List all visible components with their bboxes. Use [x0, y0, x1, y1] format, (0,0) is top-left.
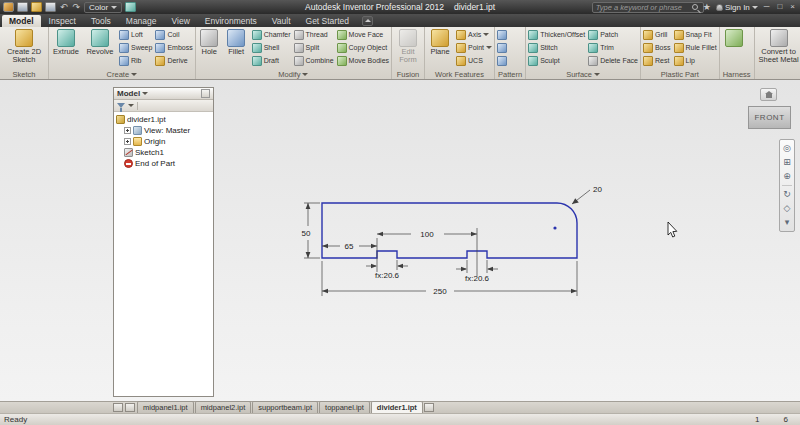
ribbon-minimize-button[interactable] [362, 16, 373, 26]
graphics-window[interactable]: 50 65 100 250 20 fx:20.6 fx:20.6 Model [0, 80, 800, 401]
tree-item-view-master[interactable]: View: Master [124, 125, 211, 136]
coil-button[interactable]: Coil [154, 28, 193, 41]
tree-item-origin[interactable]: Origin [124, 136, 211, 147]
boss-button[interactable]: Boss [642, 41, 672, 54]
split-pane-icon[interactable] [125, 403, 135, 412]
redo-button[interactable]: ↷ [72, 2, 82, 12]
ribbon-tab-tools[interactable]: Tools [84, 15, 118, 27]
split-button[interactable]: Split [293, 41, 335, 54]
rib-button[interactable]: Rib [118, 54, 153, 67]
fillet-button[interactable]: Fillet [223, 28, 250, 57]
delete-face-button[interactable]: Delete Face [587, 54, 639, 67]
move-face-button[interactable]: Move Face [336, 28, 390, 41]
grill-button[interactable]: Grill [642, 28, 672, 41]
document-tab-divider1[interactable]: divider1.ipt [371, 401, 423, 413]
orbit-icon[interactable]: ↻ [783, 188, 791, 201]
color-dropdown[interactable]: Color [84, 2, 122, 13]
chevron-down-icon[interactable] [594, 73, 600, 76]
circular-pattern-button[interactable] [496, 41, 508, 54]
plane-button[interactable]: Plane [426, 28, 454, 57]
app-menu-icon[interactable] [3, 2, 14, 12]
hole-button[interactable]: Hole [197, 28, 222, 57]
tree-item-part-root[interactable]: divider1.ipt [116, 114, 211, 125]
navbar-more-icon[interactable]: ▾ [785, 216, 790, 229]
minimize-button[interactable]: ─ [762, 2, 772, 12]
appearance-icon[interactable] [125, 2, 136, 12]
copy-object-button[interactable]: Copy Object [336, 41, 390, 54]
sweep-button[interactable]: Sweep [118, 41, 153, 54]
thicken-offset-button[interactable]: Thicken/Offset [527, 28, 586, 41]
chevron-down-icon[interactable] [302, 73, 308, 76]
undo-button[interactable]: ↶ [59, 2, 69, 12]
ribbon-tab-inspect[interactable]: Inspect [42, 15, 83, 27]
ucs-button[interactable]: UCS [455, 54, 493, 67]
document-tab-supportbeam[interactable]: supportbeam.ipt [252, 401, 318, 413]
stitch-button[interactable]: Stitch [527, 41, 586, 54]
look-at-icon[interactable]: ◇ [784, 202, 791, 215]
mirror-button[interactable] [496, 54, 508, 67]
sign-in-button[interactable]: Sign In [716, 3, 758, 12]
axis-button[interactable]: Axis [455, 28, 493, 41]
harness-button[interactable] [721, 28, 747, 48]
lip-button[interactable]: Lip [673, 54, 718, 67]
expand-icon[interactable] [124, 138, 131, 145]
open-file-icon[interactable] [31, 2, 42, 12]
viewcube[interactable]: FRONT [748, 106, 791, 129]
revolve-button[interactable]: Revolve [83, 28, 117, 57]
steering-wheel-icon[interactable]: ◎ [783, 142, 791, 155]
draft-button[interactable]: Draft [251, 54, 292, 67]
derive-button[interactable]: Derive [154, 54, 193, 67]
sketch-profile[interactable] [322, 203, 577, 258]
search-input[interactable] [592, 2, 704, 13]
ribbon-tab-environments[interactable]: Environments [198, 15, 264, 27]
filter-icon[interactable] [117, 103, 125, 108]
maximize-button[interactable]: □ [775, 2, 784, 12]
ribbon-tab-model[interactable]: Model [2, 15, 41, 27]
chevron-down-icon[interactable] [142, 92, 148, 95]
snap-fit-button[interactable]: Snap Fit [673, 28, 718, 41]
chevron-down-icon[interactable] [131, 73, 137, 76]
rectangular-pattern-button[interactable] [496, 28, 508, 41]
patch-button[interactable]: Patch [587, 28, 639, 41]
browser-pane-toggle-icon[interactable] [113, 403, 123, 412]
ribbon-tab-get-started[interactable]: Get Started [299, 15, 356, 27]
ribbon-tab-view[interactable]: View [165, 15, 197, 27]
extrude-button[interactable]: Extrude [50, 28, 82, 57]
thread-button[interactable]: Thread [293, 28, 335, 41]
document-tab-midpanel1[interactable]: midpanel1.ipt [137, 401, 194, 413]
browser-options-button[interactable] [201, 89, 210, 98]
arrange-windows-icon[interactable] [424, 403, 434, 412]
new-file-icon[interactable] [17, 2, 28, 12]
sculpt-button[interactable]: Sculpt [527, 54, 586, 67]
expand-icon[interactable] [124, 127, 131, 134]
document-tab-midpanel2[interactable]: midpanel2.ipt [195, 401, 252, 413]
trim-button[interactable]: Trim [587, 41, 639, 54]
ribbon-tab-manage[interactable]: Manage [119, 15, 164, 27]
create-2d-sketch-button[interactable]: Create 2D Sketch [1, 28, 47, 65]
tree-item-sketch1[interactable]: Sketch1 [124, 147, 211, 158]
rest-button[interactable]: Rest [642, 54, 672, 67]
emboss-button[interactable]: Emboss [154, 41, 193, 54]
move-bodies-button[interactable]: Move Bodies [336, 54, 390, 67]
favorites-icon[interactable]: ★ [702, 2, 712, 12]
loft-button[interactable]: Loft [118, 28, 153, 41]
browser-header[interactable]: Model [114, 88, 213, 100]
chamfer-button[interactable]: Chamfer [251, 28, 292, 41]
ribbon-tab-vault[interactable]: Vault [265, 15, 298, 27]
point-button[interactable]: Point [455, 41, 493, 54]
combine-button[interactable]: Combine [293, 54, 335, 67]
tree-item-end-of-part[interactable]: End of Part [124, 158, 211, 169]
document-tab-toppanel[interactable]: toppanel.ipt [319, 401, 370, 413]
close-button[interactable]: × [788, 2, 797, 12]
pan-icon[interactable]: ⊞ [783, 156, 791, 169]
search-icon[interactable] [692, 4, 698, 10]
shell-button[interactable]: Shell [251, 41, 292, 54]
chevron-down-icon[interactable] [128, 104, 134, 107]
dimension-labels[interactable]: 50 65 100 250 20 fx:20.6 fx:20.6 [302, 185, 603, 296]
save-icon[interactable] [45, 2, 56, 12]
rule-fillet-button[interactable]: Rule Fillet [673, 41, 718, 54]
convert-sheet-metal-button[interactable]: Convert to Sheet Metal [756, 28, 800, 65]
viewcube-home-button[interactable] [760, 88, 777, 101]
sketch-point[interactable] [553, 226, 556, 229]
zoom-icon[interactable]: ⊕ [783, 170, 791, 183]
